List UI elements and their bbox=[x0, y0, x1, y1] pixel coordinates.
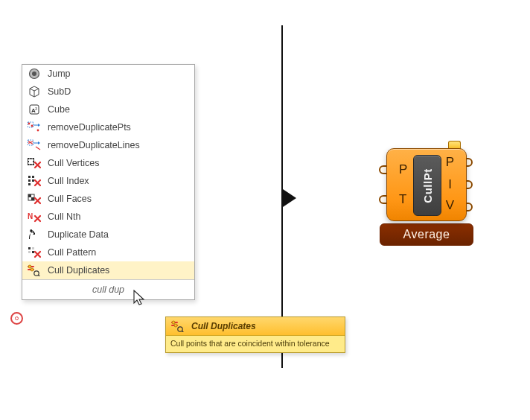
svg-point-42 bbox=[34, 271, 39, 276]
svg-point-45 bbox=[174, 324, 177, 327]
component-name: CullPt bbox=[421, 168, 434, 203]
menu-item-cull-nth[interactable]: N Cull Nth bbox=[22, 208, 194, 226]
component-caption: Average bbox=[380, 223, 473, 246]
menu-item-remove-duplicate-lines[interactable]: removeDuplicateLines bbox=[22, 136, 194, 154]
divider-arrow-icon bbox=[283, 189, 296, 207]
duplicate-data-icon bbox=[27, 228, 42, 241]
menu-item-label: Cube bbox=[48, 104, 190, 115]
menu-item-label: SubD bbox=[48, 86, 190, 97]
cull-vertices-icon bbox=[27, 156, 42, 170]
svg-point-9 bbox=[31, 125, 33, 127]
output-label-I: I bbox=[448, 177, 452, 192]
search-input[interactable] bbox=[25, 282, 191, 297]
svg-rect-30 bbox=[28, 183, 31, 185]
svg-point-1 bbox=[32, 71, 36, 76]
svg-rect-28 bbox=[28, 179, 31, 182]
tooltip: Cull Duplicates Cull points that are coi… bbox=[165, 316, 345, 353]
tooltip-body: Cull points that are coincident within t… bbox=[166, 336, 345, 352]
menu-item-label: Jump bbox=[48, 69, 190, 79]
svg-rect-38 bbox=[28, 251, 31, 253]
cull-pattern-icon bbox=[27, 246, 42, 259]
svg-point-11 bbox=[37, 130, 39, 132]
cull-duplicates-icon bbox=[27, 264, 42, 277]
output-label-P: P bbox=[446, 155, 454, 170]
menu-item-cull-pattern[interactable]: Cull Pattern bbox=[22, 244, 194, 261]
menu-item-label: Cull Duplicates bbox=[48, 265, 190, 276]
svg-rect-39 bbox=[32, 251, 34, 253]
svg-rect-22 bbox=[33, 161, 34, 162]
tooltip-header: Cull Duplicates bbox=[166, 317, 345, 336]
search-box bbox=[22, 279, 194, 299]
menu-item-cube[interactable]: A 3 Cube bbox=[22, 101, 194, 118]
svg-marker-10 bbox=[38, 124, 40, 127]
menu-item-label: removeDuplicateLines bbox=[48, 140, 190, 150]
menu-item-remove-duplicate-pts[interactable]: removeDuplicatePts bbox=[22, 118, 194, 136]
menu-item-label: Duplicate Data bbox=[48, 229, 190, 240]
menu-item-label: removeDuplicatePts bbox=[48, 122, 190, 133]
menu-item-label: Cull Vertices bbox=[48, 158, 190, 168]
cube-icon: A 3 bbox=[27, 103, 42, 116]
subd-icon bbox=[27, 85, 42, 98]
svg-rect-37 bbox=[32, 247, 34, 249]
svg-rect-19 bbox=[31, 158, 32, 159]
menu-item-label: Cull Index bbox=[48, 176, 190, 186]
input-label-T: T bbox=[399, 192, 406, 207]
svg-point-35 bbox=[30, 229, 32, 232]
svg-rect-25 bbox=[33, 164, 34, 165]
menu-item-duplicate-data[interactable]: Duplicate Data bbox=[22, 226, 194, 244]
menu-item-cull-duplicates[interactable]: Cull Duplicates bbox=[22, 261, 194, 279]
menu-item-subd[interactable]: SubD bbox=[22, 83, 194, 101]
svg-text:N: N bbox=[28, 212, 33, 220]
svg-point-46 bbox=[178, 327, 182, 331]
svg-rect-32 bbox=[28, 194, 31, 197]
remove-pts-icon bbox=[27, 121, 42, 134]
svg-rect-23 bbox=[28, 164, 29, 165]
svg-line-47 bbox=[182, 331, 184, 332]
svg-line-16 bbox=[36, 147, 40, 150]
svg-rect-36 bbox=[28, 247, 31, 249]
component-center: CullPt bbox=[413, 155, 441, 216]
jump-icon bbox=[27, 67, 42, 80]
cull-nth-icon: N bbox=[27, 210, 42, 223]
menu-item-cull-faces[interactable]: Cull Faces bbox=[22, 190, 194, 208]
cull-index-icon bbox=[27, 174, 42, 188]
svg-point-8 bbox=[28, 123, 31, 125]
menu-item-jump[interactable]: Jump bbox=[22, 65, 194, 83]
component-search-menu: Jump SubD A 3 Cube bbox=[22, 64, 195, 300]
svg-line-43 bbox=[38, 275, 40, 276]
svg-point-41 bbox=[31, 268, 33, 271]
svg-rect-21 bbox=[28, 161, 29, 162]
menu-item-label: Cull Faces bbox=[48, 194, 190, 204]
tooltip-title: Cull Duplicates bbox=[191, 321, 256, 331]
component-cullpt[interactable]: P T P I V CullPt bbox=[386, 148, 467, 221]
svg-marker-15 bbox=[38, 141, 40, 144]
svg-rect-27 bbox=[32, 176, 34, 178]
svg-rect-26 bbox=[28, 176, 31, 178]
output-label-V: V bbox=[446, 198, 454, 213]
component-caption-text: Average bbox=[403, 228, 450, 241]
svg-point-40 bbox=[28, 265, 31, 268]
cull-faces-icon bbox=[27, 192, 42, 206]
input-label-P: P bbox=[399, 162, 407, 177]
remove-lines-icon bbox=[27, 139, 42, 152]
svg-rect-29 bbox=[32, 179, 34, 182]
menu-item-cull-vertices[interactable]: Cull Vertices bbox=[22, 154, 194, 172]
cull-duplicates-icon bbox=[170, 319, 185, 333]
menu-item-label: Cull Pattern bbox=[48, 247, 190, 258]
menu-item-cull-index[interactable]: Cull Index bbox=[22, 172, 194, 190]
record-marker-icon bbox=[10, 312, 23, 325]
svg-rect-18 bbox=[28, 158, 29, 159]
svg-rect-20 bbox=[33, 158, 34, 159]
svg-text:3: 3 bbox=[35, 106, 37, 111]
svg-rect-33 bbox=[31, 197, 34, 200]
svg-point-44 bbox=[172, 321, 175, 324]
menu-item-label: Cull Nth bbox=[48, 211, 190, 222]
svg-rect-24 bbox=[31, 164, 32, 165]
